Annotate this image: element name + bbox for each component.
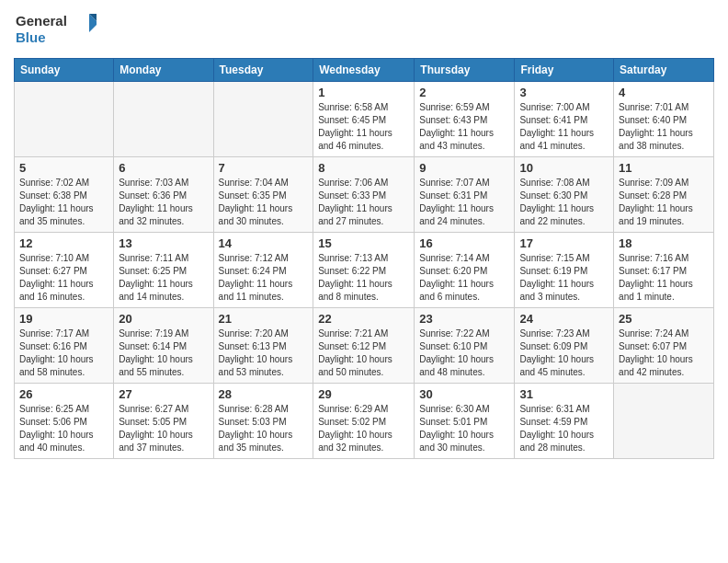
calendar-week-row: 26Sunrise: 6:25 AM Sunset: 5:06 PM Dayli… <box>15 384 714 459</box>
calendar-cell: 8Sunrise: 7:06 AM Sunset: 6:33 PM Daylig… <box>313 157 415 233</box>
calendar-cell: 21Sunrise: 7:20 AM Sunset: 6:13 PM Dayli… <box>213 308 313 384</box>
day-number: 14 <box>219 236 309 250</box>
day-number: 30 <box>419 387 509 401</box>
day-info: Sunrise: 6:25 AM Sunset: 5:06 PM Dayligh… <box>19 403 108 454</box>
calendar-cell: 10Sunrise: 7:08 AM Sunset: 6:30 PM Dayli… <box>515 157 614 233</box>
calendar-cell: 6Sunrise: 7:03 AM Sunset: 6:36 PM Daylig… <box>114 157 213 233</box>
day-number: 1 <box>318 86 409 99</box>
day-number: 27 <box>119 387 208 401</box>
day-number: 8 <box>318 161 409 175</box>
day-info: Sunrise: 7:15 AM Sunset: 6:19 PM Dayligh… <box>519 252 609 304</box>
calendar-cell: 24Sunrise: 7:23 AM Sunset: 6:09 PM Dayli… <box>515 308 614 384</box>
calendar-table: SundayMondayTuesdayWednesdayThursdayFrid… <box>14 58 714 459</box>
day-info: Sunrise: 7:11 AM Sunset: 6:25 PM Dayligh… <box>119 252 208 304</box>
calendar-cell: 14Sunrise: 7:12 AM Sunset: 6:24 PM Dayli… <box>213 233 313 308</box>
day-number: 25 <box>619 312 709 326</box>
column-header-friday: Friday <box>515 59 614 82</box>
calendar-cell: 9Sunrise: 7:07 AM Sunset: 6:31 PM Daylig… <box>415 157 515 233</box>
day-number: 21 <box>219 312 309 326</box>
day-info: Sunrise: 7:07 AM Sunset: 6:31 PM Dayligh… <box>419 177 509 228</box>
day-info: Sunrise: 7:00 AM Sunset: 6:41 PM Dayligh… <box>519 101 609 153</box>
calendar-cell: 16Sunrise: 7:14 AM Sunset: 6:20 PM Dayli… <box>415 233 515 308</box>
day-info: Sunrise: 6:59 AM Sunset: 6:43 PM Dayligh… <box>419 101 509 153</box>
column-header-thursday: Thursday <box>415 59 515 82</box>
column-header-sunday: Sunday <box>15 59 114 82</box>
day-number: 12 <box>19 236 108 250</box>
header: General Blue <box>14 9 714 51</box>
calendar-cell <box>114 82 213 157</box>
calendar-cell: 13Sunrise: 7:11 AM Sunset: 6:25 PM Dayli… <box>114 233 213 308</box>
calendar-week-row: 19Sunrise: 7:17 AM Sunset: 6:16 PM Dayli… <box>15 308 714 384</box>
day-number: 20 <box>119 312 208 326</box>
day-number: 10 <box>519 161 609 175</box>
day-info: Sunrise: 6:58 AM Sunset: 6:45 PM Dayligh… <box>318 101 409 153</box>
day-info: Sunrise: 7:08 AM Sunset: 6:30 PM Dayligh… <box>519 177 609 228</box>
day-info: Sunrise: 7:03 AM Sunset: 6:36 PM Dayligh… <box>119 177 208 228</box>
calendar-cell: 25Sunrise: 7:24 AM Sunset: 6:07 PM Dayli… <box>614 308 714 384</box>
calendar-cell: 12Sunrise: 7:10 AM Sunset: 6:27 PM Dayli… <box>15 233 114 308</box>
day-info: Sunrise: 7:20 AM Sunset: 6:13 PM Dayligh… <box>219 327 309 379</box>
calendar-cell <box>614 384 714 459</box>
calendar-cell: 23Sunrise: 7:22 AM Sunset: 6:10 PM Dayli… <box>415 308 515 384</box>
day-number: 26 <box>19 387 108 401</box>
day-number: 3 <box>519 86 609 99</box>
day-number: 22 <box>318 312 409 326</box>
column-header-wednesday: Wednesday <box>313 59 415 82</box>
day-number: 11 <box>619 161 709 175</box>
day-info: Sunrise: 7:10 AM Sunset: 6:27 PM Dayligh… <box>19 252 108 304</box>
day-number: 5 <box>19 161 108 175</box>
calendar-week-row: 1Sunrise: 6:58 AM Sunset: 6:45 PM Daylig… <box>15 82 714 157</box>
day-number: 13 <box>119 236 208 250</box>
day-info: Sunrise: 7:14 AM Sunset: 6:20 PM Dayligh… <box>419 252 509 304</box>
day-info: Sunrise: 7:22 AM Sunset: 6:10 PM Dayligh… <box>419 327 509 379</box>
day-number: 23 <box>419 312 509 326</box>
logo-svg: General Blue <box>14 9 97 51</box>
day-number: 19 <box>19 312 108 326</box>
calendar-cell: 22Sunrise: 7:21 AM Sunset: 6:12 PM Dayli… <box>313 308 415 384</box>
calendar-cell: 18Sunrise: 7:16 AM Sunset: 6:17 PM Dayli… <box>614 233 714 308</box>
calendar-cell: 31Sunrise: 6:31 AM Sunset: 4:59 PM Dayli… <box>515 384 614 459</box>
day-number: 4 <box>619 86 709 99</box>
page: General Blue SundayMondayTuesdayWednesda… <box>0 0 728 563</box>
day-number: 31 <box>519 387 609 401</box>
calendar-cell: 30Sunrise: 6:30 AM Sunset: 5:01 PM Dayli… <box>415 384 515 459</box>
day-info: Sunrise: 7:21 AM Sunset: 6:12 PM Dayligh… <box>318 327 409 379</box>
day-number: 6 <box>119 161 208 175</box>
day-info: Sunrise: 6:30 AM Sunset: 5:01 PM Dayligh… <box>419 403 509 454</box>
day-info: Sunrise: 7:24 AM Sunset: 6:07 PM Dayligh… <box>619 327 709 379</box>
day-info: Sunrise: 7:17 AM Sunset: 6:16 PM Dayligh… <box>19 327 108 379</box>
day-info: Sunrise: 7:06 AM Sunset: 6:33 PM Dayligh… <box>318 177 409 228</box>
day-number: 18 <box>619 236 709 250</box>
day-info: Sunrise: 7:12 AM Sunset: 6:24 PM Dayligh… <box>219 252 309 304</box>
calendar-cell: 1Sunrise: 6:58 AM Sunset: 6:45 PM Daylig… <box>313 82 415 157</box>
calendar-cell <box>15 82 114 157</box>
day-number: 28 <box>219 387 309 401</box>
day-info: Sunrise: 7:02 AM Sunset: 6:38 PM Dayligh… <box>19 177 108 228</box>
column-header-tuesday: Tuesday <box>213 59 313 82</box>
column-header-saturday: Saturday <box>614 59 714 82</box>
calendar-cell: 15Sunrise: 7:13 AM Sunset: 6:22 PM Dayli… <box>313 233 415 308</box>
day-info: Sunrise: 6:29 AM Sunset: 5:02 PM Dayligh… <box>318 403 409 454</box>
day-number: 2 <box>419 86 509 99</box>
column-header-monday: Monday <box>114 59 213 82</box>
calendar-cell: 7Sunrise: 7:04 AM Sunset: 6:35 PM Daylig… <box>213 157 313 233</box>
calendar-cell: 3Sunrise: 7:00 AM Sunset: 6:41 PM Daylig… <box>515 82 614 157</box>
calendar-cell: 4Sunrise: 7:01 AM Sunset: 6:40 PM Daylig… <box>614 82 714 157</box>
day-info: Sunrise: 7:19 AM Sunset: 6:14 PM Dayligh… <box>119 327 208 379</box>
calendar-cell: 17Sunrise: 7:15 AM Sunset: 6:19 PM Dayli… <box>515 233 614 308</box>
calendar-cell: 29Sunrise: 6:29 AM Sunset: 5:02 PM Dayli… <box>313 384 415 459</box>
calendar-cell: 28Sunrise: 6:28 AM Sunset: 5:03 PM Dayli… <box>213 384 313 459</box>
calendar-cell: 2Sunrise: 6:59 AM Sunset: 6:43 PM Daylig… <box>415 82 515 157</box>
day-info: Sunrise: 6:28 AM Sunset: 5:03 PM Dayligh… <box>219 403 309 454</box>
day-info: Sunrise: 7:16 AM Sunset: 6:17 PM Dayligh… <box>619 252 709 304</box>
day-info: Sunrise: 7:23 AM Sunset: 6:09 PM Dayligh… <box>519 327 609 379</box>
svg-text:General: General <box>16 13 67 29</box>
day-info: Sunrise: 7:13 AM Sunset: 6:22 PM Dayligh… <box>318 252 409 304</box>
day-number: 16 <box>419 236 509 250</box>
day-info: Sunrise: 7:04 AM Sunset: 6:35 PM Dayligh… <box>219 177 309 228</box>
calendar-header-row: SundayMondayTuesdayWednesdayThursdayFrid… <box>15 59 714 82</box>
logo: General Blue <box>14 9 97 51</box>
day-info: Sunrise: 7:09 AM Sunset: 6:28 PM Dayligh… <box>619 177 709 228</box>
day-number: 15 <box>318 236 409 250</box>
calendar-cell: 20Sunrise: 7:19 AM Sunset: 6:14 PM Dayli… <box>114 308 213 384</box>
